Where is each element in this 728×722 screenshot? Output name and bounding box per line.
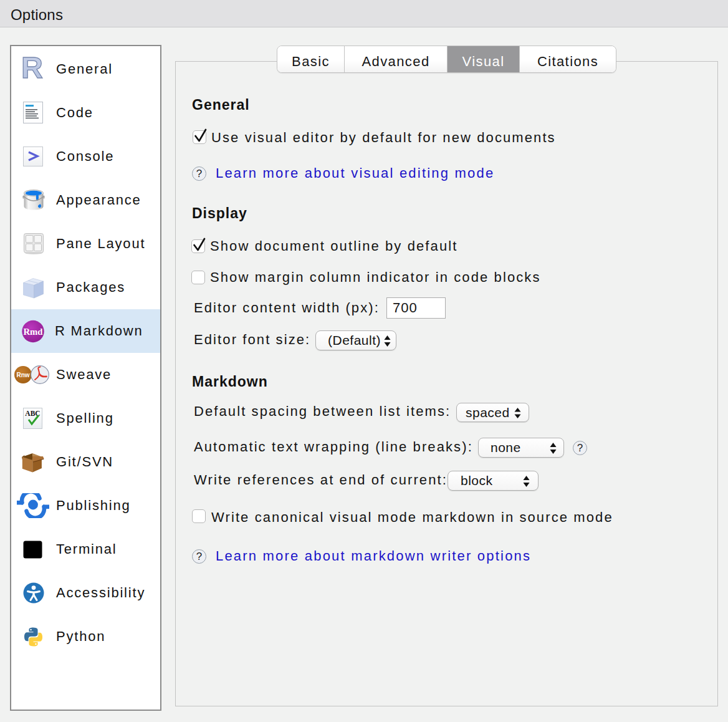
svg-text:Rmd: Rmd: [23, 326, 43, 336]
svg-text:R: R: [22, 57, 43, 82]
svg-text:Rnw: Rnw: [16, 372, 29, 378]
